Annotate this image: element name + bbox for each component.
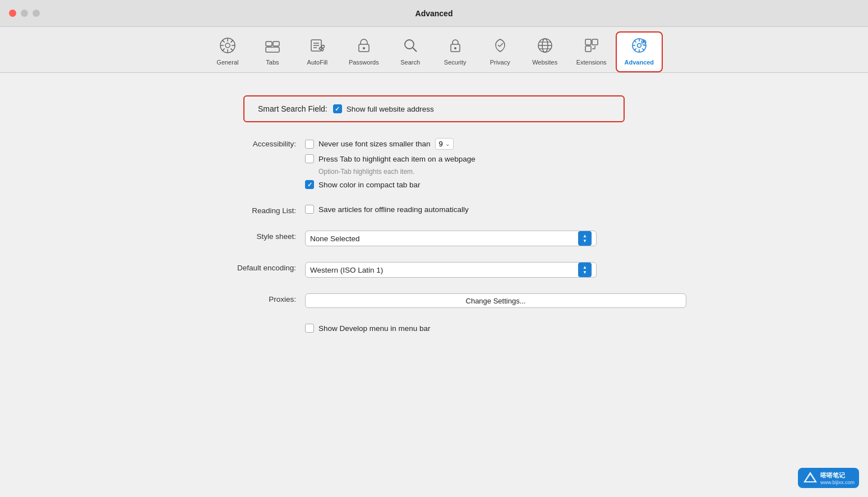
toolbar: General Tabs AutoFill	[0, 27, 868, 73]
advanced-icon	[631, 37, 648, 57]
develop-menu-text: Show Develop menu in menu bar	[318, 324, 431, 333]
tab-privacy-label: Privacy	[490, 59, 510, 66]
passwords-icon	[355, 37, 372, 57]
privacy-icon	[492, 37, 509, 57]
show-color-checkbox[interactable]: Show color in compact tab bar	[305, 180, 686, 189]
press-tab-check[interactable]	[305, 154, 314, 163]
encoding-select[interactable]: Western (ISO Latin 1) ▲ ▼	[305, 262, 597, 278]
press-tab-checkbox[interactable]: Press Tab to highlight each item on a we…	[305, 154, 686, 163]
svg-rect-32	[592, 39, 598, 45]
never-font-checkbox[interactable]: Never use font sizes smaller than	[305, 140, 431, 149]
tab-security[interactable]: Security	[433, 31, 478, 72]
search-icon	[402, 37, 419, 57]
change-settings-button[interactable]: Change Settings...	[305, 293, 686, 308]
svg-line-43	[634, 48, 636, 50]
stylesheet-arrows[interactable]: ▲ ▼	[578, 231, 592, 246]
tab-extensions[interactable]: Extensions	[567, 31, 616, 72]
tab-general-label: General	[216, 59, 238, 66]
develop-menu-check[interactable]	[305, 324, 314, 333]
accessibility-row: Accessibility: Never use font sizes smal…	[182, 138, 686, 189]
svg-line-40	[634, 40, 636, 43]
tab-security-label: Security	[444, 59, 467, 66]
accessibility-controls: Never use font sizes smaller than 9 ⌄ Pr…	[305, 138, 686, 189]
close-button[interactable]	[9, 10, 16, 17]
tab-search-label: Search	[400, 59, 420, 66]
window-title: Advanced	[415, 9, 453, 18]
titlebar: Advanced	[0, 0, 868, 27]
general-icon	[219, 37, 236, 57]
enc-arrow-up: ▲	[583, 265, 587, 270]
arrow-down: ▼	[583, 239, 587, 243]
watermark-brand: 嗒嗒笔记	[820, 471, 855, 480]
window-controls	[9, 10, 40, 17]
encoding-row: Default encoding: Western (ISO Latin 1) …	[182, 262, 686, 278]
svg-line-24	[498, 45, 500, 47]
svg-line-9	[222, 48, 224, 50]
show-full-address-text: Show full website address	[347, 105, 434, 113]
tab-advanced[interactable]: Advanced	[616, 31, 663, 72]
font-size-row: Never use font sizes smaller than 9 ⌄	[305, 138, 686, 150]
svg-line-25	[500, 43, 503, 47]
encoding-value: Western (ISO Latin 1)	[310, 266, 578, 274]
svg-point-20	[405, 40, 414, 49]
arrow-up: ▲	[583, 234, 587, 238]
show-color-check[interactable]	[305, 180, 314, 189]
tab-privacy[interactable]: Privacy	[478, 31, 523, 72]
watermark-logo-icon	[802, 470, 818, 486]
font-size-dropdown[interactable]: 9 ⌄	[435, 138, 454, 150]
proxies-label: Proxies:	[182, 293, 305, 303]
extensions-icon	[583, 37, 600, 57]
save-articles-checkbox[interactable]: Save articles for offline reading automa…	[305, 205, 686, 214]
develop-menu-controls: Show Develop menu in menu bar	[305, 324, 686, 333]
svg-point-23	[454, 47, 456, 49]
svg-point-19	[363, 47, 365, 49]
never-font-check[interactable]	[305, 140, 314, 149]
proxies-controls: Change Settings...	[305, 293, 686, 308]
stylesheet-value: None Selected	[310, 234, 578, 243]
reading-list-controls: Save articles for offline reading automa…	[305, 205, 686, 214]
press-tab-text: Press Tab to highlight each item on a we…	[318, 155, 475, 163]
tab-websites[interactable]: Websites	[523, 31, 567, 72]
enc-arrow-down: ▼	[583, 270, 587, 275]
encoding-arrows[interactable]: ▲ ▼	[578, 263, 592, 277]
svg-line-41	[642, 48, 644, 50]
accessibility-label: Accessibility:	[182, 138, 305, 148]
tab-autofill[interactable]: AutoFill	[295, 31, 340, 72]
svg-line-21	[413, 48, 417, 52]
option-tab-hint: Option-Tab highlights each item.	[318, 168, 686, 176]
tab-general[interactable]: General	[205, 31, 250, 72]
svg-rect-12	[273, 42, 279, 46]
svg-rect-10	[266, 42, 272, 46]
svg-point-1	[225, 43, 230, 48]
autofill-icon	[309, 37, 326, 57]
tab-search[interactable]: Search	[388, 31, 433, 72]
svg-line-8	[230, 40, 233, 42]
show-full-address-checkbox[interactable]: Show full website address	[333, 104, 434, 113]
reading-list-label: Reading List:	[182, 205, 305, 215]
maximize-button[interactable]	[33, 10, 40, 17]
tab-tabs[interactable]: Tabs	[250, 31, 295, 72]
show-color-text: Show color in compact tab bar	[318, 181, 421, 189]
develop-menu-row: Show Develop menu in menu bar	[182, 324, 686, 333]
encoding-controls: Western (ISO Latin 1) ▲ ▼	[305, 262, 686, 278]
smart-search-field-row: Smart Search Field: Show full website ad…	[243, 95, 625, 122]
never-font-text: Never use font sizes smaller than	[318, 140, 431, 148]
font-size-value: 9	[439, 140, 443, 148]
reading-list-row: Reading List: Save articles for offline …	[182, 205, 686, 215]
tab-extensions-label: Extensions	[576, 59, 607, 66]
develop-menu-checkbox[interactable]: Show Develop menu in menu bar	[305, 324, 686, 333]
stylesheet-row: Style sheet: None Selected ▲ ▼	[182, 231, 686, 246]
stylesheet-label: Style sheet:	[182, 231, 305, 241]
show-full-address-check[interactable]	[333, 104, 342, 113]
tab-advanced-label: Advanced	[625, 59, 654, 66]
svg-line-7	[230, 48, 233, 50]
svg-line-6	[222, 40, 224, 42]
proxies-row: Proxies: Change Settings...	[182, 293, 686, 308]
minimize-button[interactable]	[21, 10, 28, 17]
save-articles-check[interactable]	[305, 205, 314, 214]
svg-point-17	[321, 45, 324, 48]
stylesheet-select[interactable]: None Selected ▲ ▼	[305, 231, 597, 246]
tab-websites-label: Websites	[532, 59, 557, 66]
svg-point-35	[637, 44, 641, 48]
tab-passwords[interactable]: Passwords	[340, 31, 388, 72]
